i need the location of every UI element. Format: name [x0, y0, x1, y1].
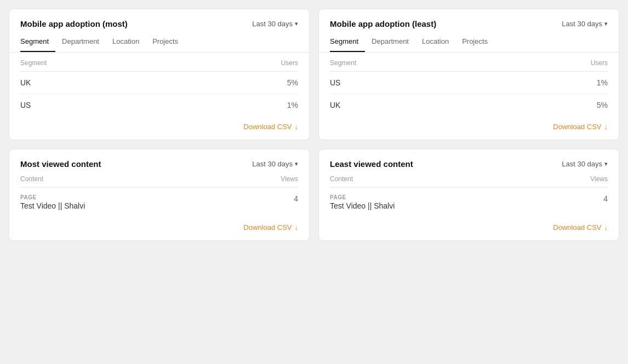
- content-title: Test Video || Shalvi: [20, 201, 85, 210]
- mobile-least-tabs: Segment Department Location Projects: [319, 28, 619, 53]
- tab-projects-most[interactable]: Projects: [152, 34, 185, 52]
- least-viewed-header: Least viewed content Last 30 days ▾: [319, 149, 619, 169]
- download-csv-button[interactable]: Download CSV ↓: [553, 123, 608, 131]
- mobile-most-date-label: Last 30 days: [252, 20, 293, 28]
- download-csv-button[interactable]: Download CSV ↓: [243, 123, 298, 131]
- content-type-label: PAGE: [20, 194, 85, 200]
- mobile-least-title: Mobile app adoption (least): [330, 19, 436, 28]
- tab-location-least[interactable]: Location: [422, 34, 455, 52]
- tab-projects-least[interactable]: Projects: [462, 34, 494, 52]
- row-label: US: [20, 101, 31, 109]
- download-label: Download CSV: [243, 223, 292, 232]
- mobile-least-header: Mobile app adoption (least) Last 30 days…: [319, 9, 619, 28]
- mobile-least-date-label: Last 30 days: [562, 20, 602, 28]
- most-viewed-footer: Download CSV ↓: [9, 217, 309, 240]
- col-views-label: Views: [281, 175, 298, 183]
- download-label: Download CSV: [553, 123, 601, 131]
- col-segment-label: Segment: [20, 59, 47, 67]
- least-viewed-table: Content Views PAGE Test Video || Shalvi …: [319, 169, 619, 217]
- least-viewed-card: Least viewed content Last 30 days ▾ Cont…: [318, 149, 619, 241]
- download-icon: ↓: [604, 223, 608, 232]
- table-row: US 1%: [330, 72, 608, 94]
- most-viewed-col-headers: Content Views: [20, 169, 298, 188]
- mobile-least-table: Segment Users US 1% UK 5%: [319, 53, 619, 116]
- mobile-most-card: Mobile app adoption (most) Last 30 days …: [9, 9, 310, 140]
- tab-department-most[interactable]: Department: [62, 34, 106, 52]
- least-viewed-date-label: Last 30 days: [562, 160, 602, 168]
- mobile-most-footer: Download CSV ↓: [9, 116, 309, 140]
- tab-segment-least[interactable]: Segment: [330, 34, 365, 52]
- mobile-most-table: Segment Users UK 5% US 1%: [9, 53, 309, 116]
- row-value: 5%: [597, 101, 608, 109]
- table-row: UK 5%: [20, 72, 298, 94]
- download-csv-button[interactable]: Download CSV ↓: [243, 223, 298, 232]
- mobile-least-footer: Download CSV ↓: [319, 116, 619, 140]
- mobile-most-tabs: Segment Department Location Projects: [9, 28, 309, 53]
- download-icon: ↓: [604, 123, 608, 131]
- mobile-most-header: Mobile app adoption (most) Last 30 days …: [9, 9, 309, 28]
- content-title: Test Video || Shalvi: [330, 201, 395, 210]
- mobile-most-col-headers: Segment Users: [20, 53, 298, 72]
- content-type-label: PAGE: [330, 194, 395, 200]
- mobile-least-card: Mobile app adoption (least) Last 30 days…: [318, 9, 619, 140]
- row-label: UK: [330, 101, 340, 109]
- row-value: 1%: [597, 78, 608, 87]
- content-cell: PAGE Test Video || Shalvi: [330, 194, 395, 210]
- dashboard-grid: Mobile app adoption (most) Last 30 days …: [9, 9, 619, 241]
- row-label: US: [330, 78, 340, 87]
- mobile-most-date-filter[interactable]: Last 30 days ▾: [252, 20, 298, 28]
- table-row: PAGE Test Video || Shalvi 4: [330, 188, 608, 217]
- download-icon: ↓: [295, 123, 299, 131]
- col-users-label: Users: [281, 59, 298, 67]
- col-segment-label: Segment: [330, 59, 356, 67]
- col-content-label: Content: [20, 175, 43, 183]
- mobile-most-title: Mobile app adoption (most): [20, 19, 128, 28]
- tab-segment-most[interactable]: Segment: [20, 34, 55, 52]
- col-content-label: Content: [330, 175, 353, 183]
- row-value: 4: [603, 194, 608, 203]
- table-row: PAGE Test Video || Shalvi 4: [20, 188, 298, 217]
- row-value: 4: [294, 194, 298, 203]
- col-views-label: Views: [590, 175, 608, 183]
- table-row: US 1%: [20, 94, 298, 116]
- col-users-label: Users: [591, 59, 608, 67]
- chevron-down-icon: ▾: [295, 20, 298, 27]
- chevron-down-icon: ▾: [604, 160, 608, 167]
- most-viewed-card: Most viewed content Last 30 days ▾ Conte…: [9, 149, 310, 241]
- chevron-down-icon: ▾: [295, 160, 298, 167]
- most-viewed-table: Content Views PAGE Test Video || Shalvi …: [9, 169, 309, 217]
- most-viewed-date-filter[interactable]: Last 30 days ▾: [252, 160, 298, 168]
- tab-location-most[interactable]: Location: [112, 34, 146, 52]
- chevron-down-icon: ▾: [604, 20, 608, 27]
- content-cell: PAGE Test Video || Shalvi: [20, 194, 85, 210]
- row-value: 5%: [287, 78, 298, 87]
- download-icon: ↓: [295, 223, 299, 232]
- most-viewed-date-label: Last 30 days: [252, 160, 293, 168]
- least-viewed-date-filter[interactable]: Last 30 days ▾: [562, 160, 608, 168]
- mobile-least-date-filter[interactable]: Last 30 days ▾: [562, 20, 608, 28]
- row-value: 1%: [287, 101, 298, 109]
- tab-department-least[interactable]: Department: [372, 34, 415, 52]
- most-viewed-title: Most viewed content: [20, 159, 101, 169]
- row-label: UK: [20, 78, 31, 87]
- download-label: Download CSV: [553, 223, 601, 232]
- most-viewed-header: Most viewed content Last 30 days ▾: [9, 149, 309, 169]
- table-row: UK 5%: [330, 94, 608, 116]
- least-viewed-footer: Download CSV ↓: [319, 217, 619, 240]
- mobile-least-col-headers: Segment Users: [330, 53, 608, 72]
- least-viewed-col-headers: Content Views: [330, 169, 608, 188]
- download-label: Download CSV: [243, 123, 292, 131]
- download-csv-button[interactable]: Download CSV ↓: [553, 223, 608, 232]
- least-viewed-title: Least viewed content: [330, 159, 413, 169]
